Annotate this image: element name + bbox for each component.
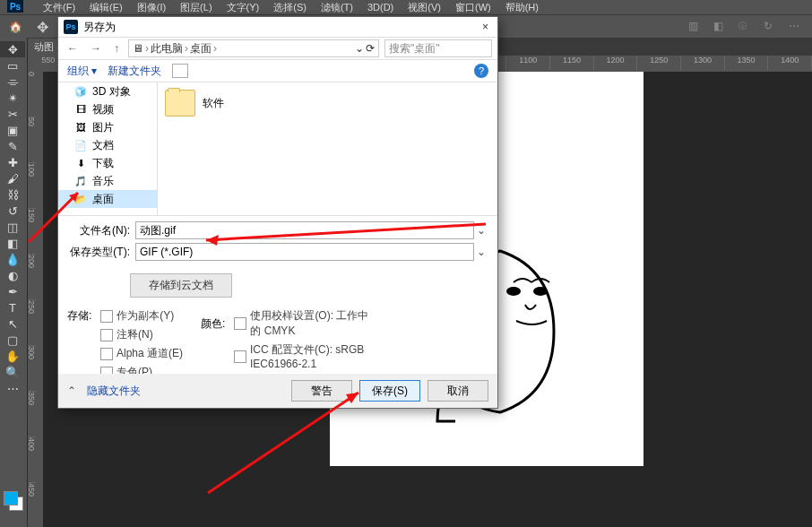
desktop-icon: 📂	[74, 194, 87, 204]
save-to-cloud-button[interactable]: 存储到云文档	[130, 273, 232, 298]
menu-image[interactable]: 图像(I)	[130, 1, 173, 14]
shape-tool[interactable]: ▢	[0, 332, 25, 348]
align-icon[interactable]: ▥	[688, 20, 703, 34]
edit-toolbar[interactable]: ⋯	[0, 380, 25, 396]
filename-value: 动图.gif	[140, 223, 176, 238]
menu-filter[interactable]: 滤镜(T)	[314, 1, 360, 14]
icc-checkbox[interactable]	[234, 350, 246, 363]
foreground-color-swatch[interactable]	[4, 491, 18, 505]
tree-item-music[interactable]: 🎵音乐	[58, 172, 157, 190]
help-icon[interactable]: ?	[474, 64, 488, 78]
brush-tool[interactable]: 🖌	[0, 170, 25, 186]
menu-file[interactable]: 文件(F)	[36, 1, 82, 14]
tree-item-documents[interactable]: 📄文档	[58, 136, 157, 154]
tree-item-desktop[interactable]: 📂桌面	[58, 190, 157, 208]
checkbox-label: 注释(N)	[117, 327, 153, 342]
move-tool[interactable]: ✥	[0, 41, 25, 57]
3d-mode-icon[interactable]: ◧	[713, 20, 728, 34]
filename-dropdown-icon[interactable]: ⌄	[474, 224, 488, 237]
menu-view[interactable]: 视图(V)	[401, 1, 448, 14]
marquee-tool[interactable]: ▭	[0, 57, 25, 73]
gradient-tool[interactable]: ◧	[0, 235, 25, 251]
move-tool-icon[interactable]: ✥	[34, 19, 50, 35]
menu-window[interactable]: 窗口(W)	[448, 1, 498, 14]
tree-item-pictures[interactable]: 🖼图片	[58, 118, 157, 136]
tree-item-3d[interactable]: 🧊3D 对象	[58, 82, 157, 100]
pen-tool[interactable]: ✒	[0, 283, 25, 299]
svg-point-0	[506, 287, 521, 296]
nav-up-icon[interactable]: ↑	[110, 42, 123, 55]
rotate-icon[interactable]: ↻	[764, 20, 778, 34]
save-button[interactable]: 保存(S)	[359, 380, 420, 402]
eraser-tool[interactable]: ◫	[0, 219, 25, 235]
dialog-title: 另存为	[83, 20, 479, 35]
frame-tool[interactable]: ▣	[0, 122, 25, 138]
breadcrumb-refresh-icon[interactable]: ⟳	[366, 42, 375, 55]
filetype-select[interactable]: GIF (*.GIF)	[135, 243, 474, 261]
storage-label: 存储:	[67, 308, 97, 324]
filetype-value: GIF (*.GIF)	[140, 246, 193, 258]
stamp-tool[interactable]: ⛓	[0, 186, 25, 203]
path-tool[interactable]: ↖	[0, 315, 25, 332]
menu-help[interactable]: 帮助(H)	[498, 1, 546, 14]
home-icon[interactable]: 🏠	[7, 19, 23, 35]
warning-button[interactable]: 警告	[291, 380, 352, 402]
alpha-checkbox[interactable]	[100, 348, 113, 360]
nav-forward-icon[interactable]: →	[87, 42, 105, 55]
lasso-tool[interactable]: ⌯	[0, 73, 25, 90]
more-icon[interactable]: ⋯	[789, 20, 803, 34]
blur-tool[interactable]: 💧	[0, 251, 25, 267]
breadcrumb-root[interactable]: 此电脑	[151, 41, 183, 56]
hide-folders-link[interactable]: 隐藏文件夹	[87, 384, 141, 399]
search-input[interactable]: 搜索"桌面"	[384, 39, 492, 57]
breadcrumb-dropdown-icon[interactable]: ⌄	[355, 42, 364, 55]
organize-button[interactable]: 组织 ▾	[67, 64, 97, 79]
nav-back-icon[interactable]: ←	[64, 42, 82, 55]
tree-item-downloads[interactable]: ⬇下载	[58, 154, 157, 172]
menu-type[interactable]: 文字(Y)	[220, 1, 267, 14]
dodge-tool[interactable]: ◐	[0, 267, 25, 283]
dialog-titlebar[interactable]: Ps 另存为 ×	[58, 17, 497, 38]
folder-tree: 🧊3D 对象 🎞视频 🖼图片 📄文档 ⬇下载 🎵音乐 📂桌面	[58, 82, 158, 215]
filetype-dropdown-icon[interactable]: ⌄	[474, 246, 488, 258]
zoom-tool[interactable]: 🔍	[0, 364, 25, 380]
dialog-close-icon[interactable]: ×	[479, 21, 492, 33]
menu-edit[interactable]: 编辑(E)	[82, 1, 130, 14]
wand-tool[interactable]: ✴	[0, 90, 25, 106]
cancel-button[interactable]: 取消	[428, 380, 488, 402]
collapse-icon[interactable]: ⌃	[67, 384, 76, 397]
type-tool[interactable]: T	[0, 299, 25, 315]
breadcrumb[interactable]: 🖥 › 此电脑 › 桌面 › ⌄ ⟳	[128, 39, 379, 57]
crop-tool[interactable]: ✂	[0, 106, 25, 122]
menu-layer[interactable]: 图层(L)	[173, 1, 219, 14]
tree-label: 音乐	[92, 174, 114, 189]
new-folder-button[interactable]: 新建文件夹	[108, 64, 161, 79]
filetype-label: 保存类型(T):	[67, 245, 135, 260]
ruler-tick: 1150	[550, 56, 594, 70]
as-copy-checkbox[interactable]	[100, 310, 113, 323]
dialog-toolbar: 组织 ▾ 新建文件夹 ?	[58, 60, 497, 82]
proof-checkbox[interactable]	[234, 317, 246, 330]
history-brush-tool[interactable]: ↺	[0, 203, 25, 219]
tool-bar: ✥ ▭ ⌯ ✴ ✂ ▣ ✎ ✚ 🖌 ⛓ ↺ ◫ ◧ 💧 ◐ ✒ T ↖ ▢ ✋ …	[0, 38, 28, 527]
breadcrumb-location[interactable]: 桌面	[190, 41, 212, 56]
folder-icon	[165, 90, 195, 117]
view-mode-icon[interactable]	[172, 64, 188, 78]
notes-checkbox[interactable]	[100, 329, 113, 341]
menu-3d[interactable]: 3D(D)	[360, 2, 401, 13]
menu-select[interactable]: 选择(S)	[266, 1, 314, 14]
camera-icon[interactable]: ⦾	[739, 20, 753, 34]
svg-point-1	[533, 287, 548, 296]
tree-label: 桌面	[92, 192, 114, 207]
heal-tool[interactable]: ✚	[0, 154, 25, 170]
tree-item-videos[interactable]: 🎞视频	[58, 100, 157, 118]
filename-input[interactable]: 动图.gif	[135, 221, 474, 239]
ruler-tick: 200	[27, 255, 36, 300]
ruler-tick: 450	[27, 483, 36, 527]
file-item[interactable]: 软件	[165, 90, 224, 117]
ruler-vertical: 0 50 100 150 200 250 300 350 400 450 500	[27, 72, 41, 527]
ruler-tick: 1250	[637, 56, 681, 70]
eyedropper-tool[interactable]: ✎	[0, 138, 25, 154]
file-list[interactable]: 软件	[158, 82, 497, 215]
hand-tool[interactable]: ✋	[0, 348, 25, 364]
